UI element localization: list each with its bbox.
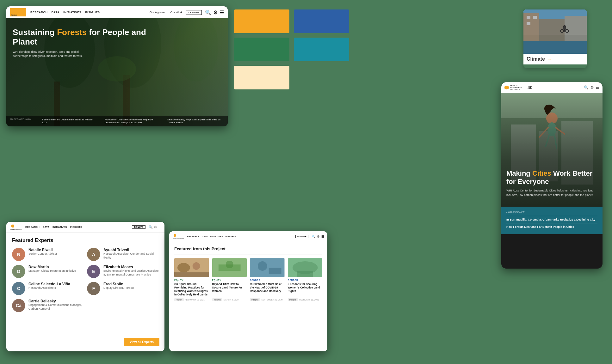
experts-nav-data[interactable]: DATA xyxy=(43,226,49,228)
project-cards-grid: EQUITY On Equal Ground: Promising Practi… xyxy=(174,258,322,301)
news-item-3: New Methodology Helps Cities Lighten The… xyxy=(167,118,224,124)
expert-info-carrie: Carrie Dellesky Engagement & Communicati… xyxy=(28,299,84,311)
project-card-date-1: FEBRUARY 11, 2021 xyxy=(185,299,205,301)
svg-text:WORLD RESOURCES: WORLD RESOURCES xyxy=(173,238,184,239)
experts-body: Featured Experts N Natalie Elwell Senior… xyxy=(6,233,164,321)
project-card-img-svg-4 xyxy=(288,258,323,277)
experts-nav-links: RESEARCH DATA INITIATIVES INSIGHTS xyxy=(25,226,82,228)
swatch-teal xyxy=(294,38,349,61)
search-icon[interactable]: 🔍 xyxy=(205,9,211,15)
experts-nav: WORLD RESOURCES RESEARCH DATA INITIATIVE… xyxy=(6,222,164,233)
svg-rect-15 xyxy=(565,16,587,41)
mobile-happening-item-1[interactable]: In Barranquilla, Colombia, Urban Parks R… xyxy=(506,216,597,223)
project-tag-2: EQUITY xyxy=(212,279,247,281)
svg-marker-25 xyxy=(11,224,15,227)
expert-name-natalie: Natalie Elwell xyxy=(28,248,84,252)
hero-nav-icons: 🔍 ⚙ ☰ xyxy=(205,9,224,15)
view-all-experts-button[interactable]: View all Experts xyxy=(124,338,159,346)
news-item-2: Promotion of Charcoal Alternative May He… xyxy=(105,118,161,124)
svg-text:WORLD: WORLD xyxy=(11,14,17,16)
expert-row-dow: D Dow Martin Manager, Global Restoration… xyxy=(12,265,84,278)
menu-icon[interactable]: ☰ xyxy=(219,9,224,15)
experts-nav-initiatives[interactable]: INITIATIVES xyxy=(53,226,67,228)
nav-initiatives[interactable]: INITIATIVES xyxy=(63,11,81,14)
news-title-2: Promotion of Charcoal Alternative May He… xyxy=(105,118,161,124)
mobile-search-icon[interactable]: 🔍 xyxy=(584,85,589,90)
expert-info-celine: Celine Salcedo-La Viña Research Associat… xyxy=(28,282,84,290)
hero-content: Sustaining Forests for People and Planet… xyxy=(6,18,228,126)
expert-name-elizabeth: Elizabeth Moses xyxy=(103,265,159,269)
experts-settings-icon[interactable]: ⚙ xyxy=(154,225,157,229)
mobile-logo-divider xyxy=(525,84,525,91)
nav-insights[interactable]: INSIGHTS xyxy=(85,11,100,14)
hero-nav-links: RESEARCH DATA INITIATIVES INSIGHTS xyxy=(30,11,100,14)
nav-approach[interactable]: Our Approach xyxy=(150,11,167,14)
nav-our-work[interactable]: Our Work xyxy=(170,11,182,14)
project-card-badge-3: Insights xyxy=(250,298,260,301)
mobile-hero-title-highlight: Cities xyxy=(532,169,551,177)
experts-donate-button[interactable]: DONATE xyxy=(132,225,145,229)
color-swatches xyxy=(234,9,349,89)
news-item-1: 4 Environment and Development Stories to… xyxy=(42,118,98,124)
climate-card[interactable]: Climate → xyxy=(523,9,587,68)
climate-label-text: Climate xyxy=(527,56,545,62)
expert-info-ayushi: Ayushi Trivedi Research Associate, Gende… xyxy=(103,248,159,259)
experts-grid: N Natalie Elwell Senior Gender Advisor D… xyxy=(12,248,159,316)
mobile-settings-icon[interactable]: ⚙ xyxy=(590,85,594,90)
project-tag-1: EQUITY xyxy=(174,279,209,281)
expert-row-carrie: Ca Carrie Dellesky Engagement & Communic… xyxy=(12,299,84,312)
experts-screenshot: WORLD RESOURCES RESEARCH DATA INITIATIVE… xyxy=(6,222,164,351)
project-donate-button[interactable]: DONATE xyxy=(295,235,308,238)
project-nav-research[interactable]: RESEARCH xyxy=(187,235,199,238)
project-card-title-3: Rural Women Must Be at the Heart of COVI… xyxy=(250,282,285,293)
experts-logo: WORLD RESOURCES xyxy=(9,224,22,230)
nav-research[interactable]: RESEARCH xyxy=(30,11,48,14)
expert-avatar-natalie: N xyxy=(12,248,25,261)
svg-marker-0 xyxy=(13,9,18,13)
project-nav-insights[interactable]: INSIGHTS xyxy=(226,235,236,238)
expert-title-celine: Research Associate II xyxy=(28,286,84,290)
project-settings-icon[interactable]: ⚙ xyxy=(317,235,320,238)
project-menu-icon[interactable]: ☰ xyxy=(321,235,324,238)
settings-icon[interactable]: ⚙ xyxy=(213,9,218,15)
mobile-menu-icon[interactable]: ☰ xyxy=(596,85,599,90)
hero-nav: WORLD RESOURCES RESEARCH DATA INITIATIVE… xyxy=(6,6,228,18)
svg-point-30 xyxy=(177,263,190,272)
experts-nav-research[interactable]: RESEARCH xyxy=(25,226,40,228)
expert-avatar-carrie: Ca xyxy=(12,299,25,312)
experts-menu-icon[interactable]: ☰ xyxy=(158,225,161,229)
climate-arrow-icon: → xyxy=(547,56,552,62)
svg-rect-38 xyxy=(269,268,281,274)
mobile-logo: WORLDRESOURCESINSTITUTE 40 xyxy=(504,84,533,91)
mobile-happening-label: Happening Now xyxy=(506,210,597,213)
project-card-title-2: Beyond Title: How to Secure Land Tenure … xyxy=(212,282,247,293)
donate-button[interactable]: DONATE xyxy=(186,10,202,15)
svg-point-31 xyxy=(193,262,200,270)
svg-marker-27 xyxy=(174,234,176,237)
svg-rect-16 xyxy=(527,16,530,19)
experts-nav-icons: 🔍 ⚙ ☰ xyxy=(149,225,161,229)
hero-happening-now: Happening Now 4 Environment and Developm… xyxy=(6,116,228,126)
experts-search-icon[interactable]: 🔍 xyxy=(149,225,152,229)
project-card-meta-4: Insights FEBRUARY 11, 2021 xyxy=(288,298,323,301)
expert-row-ayushi: A Ayushi Trivedi Research Associate, Gen… xyxy=(87,248,159,261)
mobile-hero-title-part1: Making xyxy=(506,169,532,177)
project-nav-links: RESEARCH DATA INITIATIVES INSIGHTS xyxy=(187,235,236,238)
mobile-hero: Making Cities Work Better for Everyone W… xyxy=(501,93,603,207)
hero-text: Sustaining Forests for People and Planet… xyxy=(13,28,164,58)
nav-data[interactable]: DATA xyxy=(52,11,60,14)
expert-name-celine: Celine Salcedo-La Viña xyxy=(28,282,84,286)
experts-nav-insights[interactable]: INSIGHTS xyxy=(70,226,82,228)
project-nav-initiatives[interactable]: INITIATIVES xyxy=(210,235,223,238)
featured-experts-title: Featured Experts xyxy=(12,238,159,243)
expert-row-fred: F Fred Stolle Deputy Director, Forests xyxy=(87,282,159,295)
mobile-happening-item-2[interactable]: How Forests Near and Far Benefit People … xyxy=(506,223,597,230)
hero-title-highlight: Forests xyxy=(57,27,87,37)
mobile-nav: WORLDRESOURCESINSTITUTE 40 🔍 ⚙ ☰ xyxy=(501,82,603,93)
project-nav-data[interactable]: DATA xyxy=(202,235,207,238)
expert-avatar-elizabeth: E xyxy=(87,265,100,278)
project-search-icon[interactable]: 🔍 xyxy=(312,235,315,238)
mobile-logo-text: WORLDRESOURCESINSTITUTE xyxy=(510,84,522,91)
mobile-screenshot: WORLDRESOURCESINSTITUTE 40 🔍 ⚙ ☰ xyxy=(501,82,603,269)
project-card-meta-3: Insights SEPTEMBER 21, 2020 xyxy=(250,298,285,301)
